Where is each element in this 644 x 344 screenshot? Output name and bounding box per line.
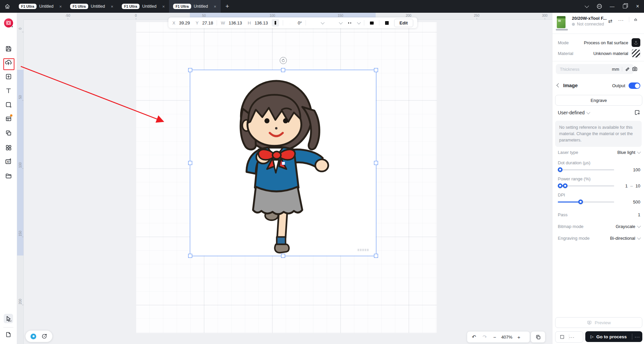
distribute-chevron-icon[interactable]: [339, 20, 342, 24]
chevron-down-icon[interactable]: [637, 236, 641, 239]
back-chevron-icon[interactable]: [556, 83, 561, 88]
tab-close-icon[interactable]: ×: [58, 4, 63, 9]
files-button[interactable]: [4, 171, 13, 180]
duplicate-button[interactable]: [531, 332, 545, 342]
x-input[interactable]: 39.29: [179, 20, 190, 25]
guide-button[interactable]: [41, 333, 47, 339]
collapse-panel-button[interactable]: [633, 17, 638, 22]
power-min-value[interactable]: 1: [625, 183, 628, 188]
selection-handle-w[interactable]: [188, 161, 192, 165]
device-name[interactable]: 20/20W-xTool F...: [572, 16, 608, 21]
frame-more-button[interactable]: ···: [569, 335, 583, 340]
h-input[interactable]: 136.13: [255, 20, 268, 25]
preset-select[interactable]: User-defined: [558, 110, 590, 115]
material-value[interactable]: Unknown material: [593, 51, 628, 56]
auto-measure-button[interactable]: [625, 66, 630, 72]
laser-type-select[interactable]: Blue light: [618, 150, 635, 155]
y-input[interactable]: 27.18: [202, 20, 213, 25]
rotation-input[interactable]: 0°: [298, 20, 302, 25]
dot-duration-slider[interactable]: [558, 167, 614, 172]
selection-handle-n[interactable]: [281, 68, 285, 72]
distribute-button[interactable]: [328, 19, 335, 26]
dpi-slider[interactable]: [558, 199, 614, 204]
save-preset-button[interactable]: [634, 109, 640, 116]
text-tool-button[interactable]: [4, 86, 13, 95]
help-button[interactable]: [593, 0, 606, 13]
insert-button[interactable]: [4, 72, 13, 81]
redo-button[interactable]: ↷: [479, 332, 490, 342]
select-tool-button[interactable]: [4, 314, 13, 323]
slider-handle-min[interactable]: [558, 183, 562, 188]
frame-area-button[interactable]: [555, 334, 569, 340]
boolean-tool-button[interactable]: [4, 128, 13, 137]
tab-close-icon[interactable]: ×: [161, 4, 166, 9]
image-options-button[interactable]: [368, 19, 375, 26]
flip-button[interactable]: [346, 19, 353, 26]
power-range-slider[interactable]: [558, 183, 614, 188]
flip-chevron-icon[interactable]: [357, 20, 361, 24]
engrave-tab-button[interactable]: Engrave: [555, 95, 642, 106]
undo-button[interactable]: ↶: [469, 332, 479, 342]
tab-document-1[interactable]: F1 Ultra Untitled ×: [15, 0, 66, 13]
thickness-input[interactable]: [559, 66, 609, 72]
slider-track[interactable]: [558, 169, 614, 170]
align-button[interactable]: [310, 19, 317, 26]
tab-close-icon[interactable]: ×: [110, 4, 114, 9]
slider-handle[interactable]: [558, 167, 562, 172]
zoom-level-value[interactable]: 407%: [499, 335, 514, 340]
tab-close-icon[interactable]: ×: [213, 4, 217, 9]
material-swatch-button[interactable]: [632, 49, 640, 58]
rotation-handle[interactable]: [280, 57, 287, 64]
chevron-down-icon[interactable]: [637, 224, 641, 228]
selection-center-handle[interactable]: [282, 162, 285, 165]
cloud-upload-button[interactable]: [4, 58, 13, 67]
account-logo-button[interactable]: [4, 18, 13, 27]
power-max-value[interactable]: 10: [636, 183, 640, 188]
mode-value[interactable]: Process on flat surface: [584, 40, 628, 45]
slider-handle[interactable]: [578, 199, 583, 204]
shape-tool-button[interactable]: [4, 100, 13, 109]
ai-tool-button[interactable]: AI: [4, 157, 13, 166]
flat-surface-mode-button[interactable]: [632, 38, 640, 47]
pass-value[interactable]: 1: [638, 212, 640, 217]
selection-handle-nw[interactable]: [188, 68, 192, 72]
outline-trace-button[interactable]: [383, 19, 390, 26]
edit-button[interactable]: Edit: [394, 19, 413, 27]
go-to-process-button[interactable]: ▷ Go to process ···: [585, 331, 642, 342]
minimize-button[interactable]: —: [606, 0, 619, 13]
output-toggle[interactable]: [629, 82, 640, 89]
tab-document-2[interactable]: F1 Ultra Untitled ×: [66, 0, 117, 13]
page-button[interactable]: [4, 330, 13, 339]
device-more-button[interactable]: ···: [618, 17, 624, 23]
align-chevron-icon[interactable]: [321, 20, 324, 24]
save-button[interactable]: [4, 44, 13, 53]
dot-duration-value[interactable]: 100: [633, 167, 640, 172]
zoom-in-button[interactable]: +: [514, 332, 524, 342]
selection-handle-sw[interactable]: [188, 254, 192, 258]
new-tab-button[interactable]: +: [225, 3, 229, 10]
engraving-mode-select[interactable]: Bi-directional: [610, 236, 635, 241]
maximize-button[interactable]: [619, 0, 631, 13]
dpi-value[interactable]: 500: [633, 199, 640, 205]
process-more-button[interactable]: ···: [632, 334, 642, 339]
tab-document-3[interactable]: F1 Ultra Untitled ×: [118, 0, 169, 13]
collapse-toolbar-button[interactable]: [580, 0, 593, 13]
selection-handle-se[interactable]: [374, 254, 378, 258]
whats-new-button[interactable]: [31, 334, 36, 339]
close-button[interactable]: ×: [631, 0, 644, 13]
tab-document-4-active[interactable]: F1 Ultra Untitled ×: [169, 0, 220, 13]
selection-handle-s[interactable]: [281, 254, 285, 258]
preview-button[interactable]: Preview: [555, 317, 642, 328]
slider-handle-max[interactable]: [563, 183, 568, 188]
chevron-down-icon[interactable]: [637, 150, 641, 154]
switch-device-button[interactable]: ⇄: [608, 18, 612, 24]
home-button[interactable]: [0, 0, 15, 13]
selection-handle-ne[interactable]: [374, 68, 378, 72]
zoom-out-button[interactable]: −: [490, 332, 499, 342]
selection-handle-e[interactable]: [374, 161, 378, 165]
bitmap-mode-select[interactable]: Grayscale: [615, 224, 635, 229]
camera-button[interactable]: [632, 66, 638, 72]
w-input[interactable]: 136.13: [229, 20, 242, 25]
template-panel-button[interactable]: [4, 114, 13, 123]
device-thumbnail[interactable]: [556, 15, 568, 32]
